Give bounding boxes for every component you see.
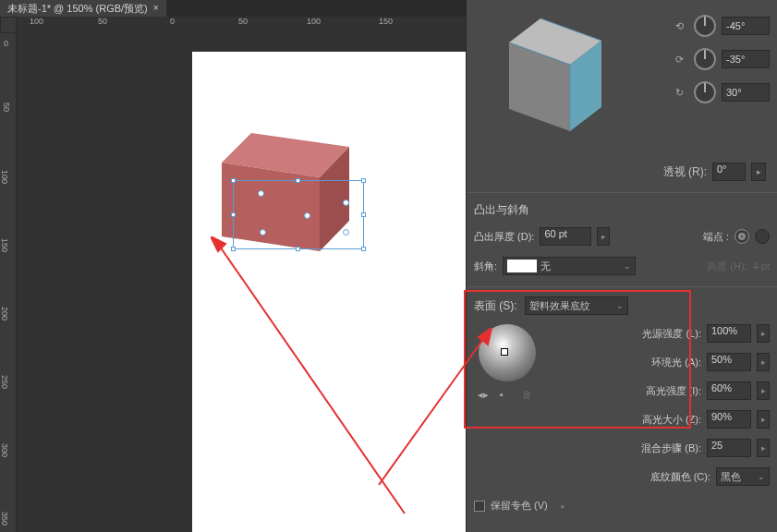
blend-steps-input[interactable]: 25	[707, 439, 751, 457]
highlight-intensity-stepper[interactable]: ▸	[757, 381, 770, 400]
light-intensity-stepper[interactable]: ▸	[757, 324, 770, 343]
depth-stepper[interactable]: ▸	[597, 227, 610, 246]
highlight-intensity-input[interactable]: 60%	[707, 381, 751, 400]
ambient-input[interactable]: 50%	[707, 353, 751, 371]
highlight-intensity-label: 高光强度 (I):	[646, 384, 702, 398]
document-tab[interactable]: 未标题-1* @ 150% (RGB/预览) ×	[0, 0, 166, 17]
cap-off-radio[interactable]	[755, 229, 770, 244]
svg-marker-1	[222, 163, 320, 251]
rotation-cube-preview[interactable]	[474, 7, 640, 146]
depth-label: 凸出厚度 (D):	[474, 230, 534, 244]
rotation-y-dial[interactable]	[694, 48, 716, 70]
depth-input[interactable]: 60 pt	[540, 227, 591, 246]
ambient-label: 环境光 (A):	[651, 356, 701, 369]
chevron-down-icon: ⌄	[624, 261, 631, 271]
light-sphere-preview[interactable]	[479, 324, 536, 381]
highlight-size-stepper[interactable]: ▸	[757, 410, 770, 429]
bevel-height-label: 高度 (H):	[707, 260, 747, 273]
chevron-down-icon: ⌄	[758, 472, 765, 481]
rotate-z-icon: ↻	[675, 87, 688, 99]
light-direction-point[interactable]	[501, 348, 508, 356]
rotation-z-input[interactable]: 30°	[722, 83, 770, 102]
extrude-section-title: 凸出与斜角	[474, 202, 770, 218]
perspective-input[interactable]: 0°	[712, 163, 746, 181]
cap-label: 端点 :	[703, 230, 729, 244]
canvas-area[interactable]	[17, 33, 466, 532]
artboard[interactable]	[192, 52, 466, 532]
tab-title: 未标题-1* @ 150% (RGB/预览)	[7, 0, 148, 17]
rotation-y-input[interactable]: -35°	[722, 50, 770, 68]
tab-bar: 未标题-1* @ 150% (RGB/预览) ×	[0, 0, 466, 17]
surface-label: 表面 (S):	[474, 298, 517, 314]
ambient-stepper[interactable]: ▸	[757, 353, 770, 371]
new-light-icon[interactable]: ▪	[500, 389, 515, 402]
map-art-icon[interactable]: ▫	[561, 501, 565, 512]
light-intensity-label: 光源强度 (L):	[642, 327, 701, 341]
bevel-dropdown[interactable]: 无 ⌄	[503, 257, 636, 275]
cap-on-radio[interactable]	[735, 229, 749, 244]
three-d-options-panel: ⟲ -45° ⟳ -35° ↻ 30° 透视 (R): 0° ▸ 凸出与斜角 凸…	[466, 0, 777, 532]
bevel-swatch	[507, 260, 537, 272]
perspective-step-btn[interactable]: ▸	[751, 163, 766, 181]
ruler-vertical[interactable]: 0 50 100 150 200 250 300 350	[0, 33, 17, 532]
highlight-size-input[interactable]: 90%	[707, 410, 751, 429]
chevron-down-icon: ⌄	[616, 301, 624, 310]
delete-light-icon[interactable]: 🗑	[522, 389, 537, 402]
rotation-y-row: ⟳ -35°	[650, 48, 770, 70]
cube-object[interactable]	[220, 133, 372, 258]
rotate-y-icon: ⟳	[675, 54, 688, 66]
close-icon[interactable]: ×	[153, 0, 159, 17]
light-intensity-input[interactable]: 100%	[707, 324, 751, 343]
blend-steps-label: 混合步骤 (B):	[641, 441, 701, 455]
shade-color-label: 底纹颜色 (C):	[650, 470, 710, 484]
surface-dropdown[interactable]: 塑料效果底纹 ⌄	[525, 296, 628, 315]
rotate-x-icon: ⟲	[675, 20, 688, 32]
perspective-label: 透视 (R):	[663, 164, 707, 180]
preserve-spot-label: 保留专色 (V)	[491, 499, 548, 513]
bevel-height-value: 4 pt	[753, 260, 770, 272]
blend-steps-stepper[interactable]: ▸	[757, 439, 770, 457]
rotation-x-row: ⟲ -45°	[650, 15, 770, 37]
highlight-size-label: 高光大小 (Z):	[642, 413, 701, 427]
ruler-origin[interactable]	[0, 17, 17, 33]
move-light-back-icon[interactable]: ◂▸	[478, 389, 492, 402]
rotation-x-input[interactable]: -45°	[722, 17, 770, 35]
rotation-x-dial[interactable]	[694, 15, 716, 37]
bevel-label: 斜角:	[474, 260, 497, 273]
rotation-z-dial[interactable]	[694, 81, 716, 103]
preserve-spot-checkbox[interactable]	[474, 501, 485, 512]
rotation-z-row: ↻ 30°	[650, 81, 770, 103]
shade-color-dropdown[interactable]: 黑色 ⌄	[716, 467, 770, 486]
